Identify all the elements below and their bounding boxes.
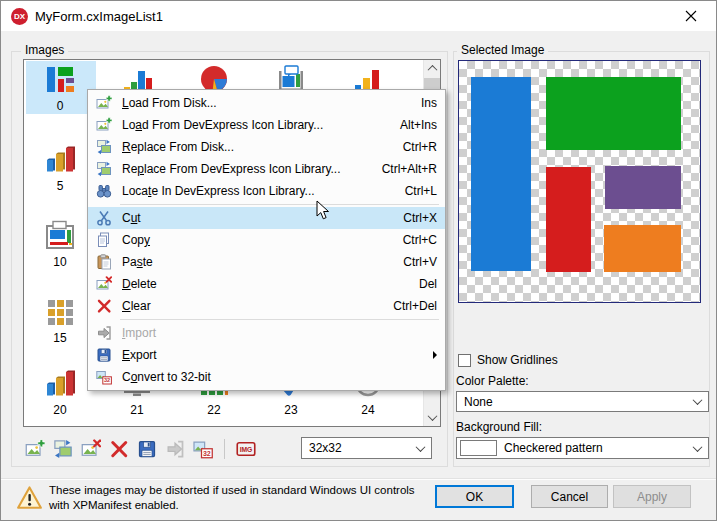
image-add-icon bbox=[92, 95, 116, 111]
image-size-value: 32x32 bbox=[309, 441, 342, 455]
scroll-down-button[interactable] bbox=[424, 409, 440, 426]
convert-32-icon: 32 bbox=[92, 369, 116, 385]
image-delete-icon bbox=[92, 276, 116, 292]
image-replace-icon bbox=[92, 139, 116, 155]
menu-item-shortcut: Ctrl+C bbox=[403, 233, 437, 247]
menu-item-cut[interactable]: CutCtrl+X bbox=[88, 207, 445, 229]
menu-item-shortcut: Alt+Ins bbox=[400, 118, 437, 132]
close-button[interactable] bbox=[674, 1, 708, 31]
warning-text: These images may be distorted if used in… bbox=[49, 483, 421, 513]
menu-item-shortcut: Ctrl+X bbox=[403, 211, 437, 225]
color-palette-combobox[interactable]: None bbox=[456, 391, 709, 412]
menu-item-shortcut: Ctrl+R bbox=[403, 140, 437, 154]
grid-squares-icon[interactable] bbox=[44, 295, 76, 327]
menu-item-label: Replace From Disk... bbox=[122, 140, 391, 154]
paste-icon bbox=[92, 254, 116, 270]
menu-separator bbox=[120, 204, 439, 205]
bars-3d-icon[interactable] bbox=[44, 143, 76, 175]
apply-button: Apply bbox=[613, 485, 691, 508]
menu-item-label: Cut bbox=[122, 211, 391, 225]
submenu-arrow-icon bbox=[433, 351, 437, 359]
menu-item-clear[interactable]: ClearCtrl+Del bbox=[88, 295, 445, 317]
menu-item-shortcut: Ctrl+V bbox=[403, 255, 437, 269]
context-menu: Load From Disk...InsLoad From DevExpress… bbox=[87, 89, 446, 391]
image-index-label: 5 bbox=[36, 179, 84, 193]
menu-item-label: Import bbox=[122, 326, 437, 340]
color-palette-label: Color Palette: bbox=[456, 374, 529, 388]
green-bar bbox=[546, 77, 681, 150]
background-fill-label: Background Fill: bbox=[456, 420, 542, 434]
menu-item-shortcut: Del bbox=[419, 277, 437, 291]
menu-item-copy[interactable]: CopyCtrl+C bbox=[88, 229, 445, 251]
background-fill-combobox[interactable]: Checkered pattern bbox=[456, 437, 709, 459]
image-replace-toolbar-button[interactable] bbox=[53, 439, 73, 459]
chevron-down-icon bbox=[693, 395, 703, 405]
image-add-icon bbox=[92, 117, 116, 133]
image-index-label: 20 bbox=[36, 403, 84, 417]
clear-x-icon bbox=[92, 298, 116, 314]
background-fill-swatch bbox=[460, 440, 497, 456]
images-group-label: Images bbox=[21, 43, 68, 57]
show-gridlines-label: Show Gridlines bbox=[477, 353, 558, 367]
cancel-button[interactable]: Cancel bbox=[531, 485, 608, 508]
chart-composite-icon[interactable] bbox=[44, 63, 76, 95]
menu-item-label: Convert to 32-bit bbox=[122, 370, 437, 384]
scroll-up-button[interactable] bbox=[424, 60, 440, 77]
red-bar bbox=[546, 167, 591, 272]
image-index-label: 21 bbox=[113, 403, 161, 417]
cximagelist-editor-dialog: DX MyForm.cxImageList1 Images 0123451015… bbox=[0, 0, 717, 521]
menu-item-delete[interactable]: DeleteDel bbox=[88, 273, 445, 295]
ok-button[interactable]: OK bbox=[435, 485, 514, 508]
image-index-label: 24 bbox=[344, 403, 392, 417]
image-delete-toolbar-button[interactable] bbox=[81, 439, 101, 459]
menu-item-shortcut: Ctrl+L bbox=[405, 184, 437, 198]
menu-item-replace-from-disk[interactable]: Replace From Disk...Ctrl+R bbox=[88, 136, 445, 158]
close-icon bbox=[685, 10, 697, 22]
menu-item-label: Paste bbox=[122, 255, 391, 269]
convert-32-toolbar-button[interactable]: 32 bbox=[193, 439, 213, 459]
purple-bar bbox=[605, 166, 681, 209]
clear-x-toolbar-button[interactable] bbox=[109, 439, 129, 459]
img-badge-toolbar-button[interactable]: IMG bbox=[236, 439, 256, 459]
menu-item-label: Delete bbox=[122, 277, 407, 291]
svg-text:32: 32 bbox=[104, 377, 110, 383]
menu-item-load-from-devexpress-icon-library[interactable]: Load From DevExpress Icon Library...Alt+… bbox=[88, 114, 445, 136]
menu-item-load-from-disk[interactable]: Load From Disk...Ins bbox=[88, 92, 445, 114]
background-fill-value: Checkered pattern bbox=[504, 441, 603, 455]
import-arrow-icon bbox=[92, 325, 116, 341]
show-gridlines-row[interactable]: Show Gridlines bbox=[458, 353, 558, 367]
footer-divider bbox=[1, 478, 716, 480]
menu-item-shortcut: Ins bbox=[421, 96, 437, 110]
image-add-toolbar-button[interactable] bbox=[25, 439, 45, 459]
show-gridlines-checkbox[interactable] bbox=[458, 354, 471, 367]
floppy-toolbar-button[interactable] bbox=[137, 439, 157, 459]
bars-3d-icon[interactable] bbox=[44, 367, 76, 399]
orange-bar bbox=[604, 225, 681, 272]
menu-item-replace-from-devexpress-icon-library[interactable]: Replace From DevExpress Icon Library...C… bbox=[88, 158, 445, 180]
menu-item-export[interactable]: Export bbox=[88, 344, 445, 366]
image-index-label: 10 bbox=[36, 255, 84, 269]
devexpress-logo-icon: DX bbox=[11, 8, 28, 25]
menu-item-label: Export bbox=[122, 348, 433, 362]
selected-image-group-label: Selected Image bbox=[457, 43, 548, 57]
menu-item-locate-in-devexpress-icon-library[interactable]: Locate In DevExpress Icon Library...Ctrl… bbox=[88, 180, 445, 202]
menu-item-import: Import bbox=[88, 322, 445, 344]
selected-image-preview bbox=[458, 60, 701, 303]
menu-item-label: Clear bbox=[122, 299, 381, 313]
color-palette-value: None bbox=[464, 395, 493, 409]
copy-icon bbox=[92, 232, 116, 248]
chevron-down-icon bbox=[416, 442, 426, 452]
menu-item-label: Load From DevExpress Icon Library... bbox=[122, 118, 388, 132]
image-size-combobox[interactable]: 32x32 bbox=[301, 437, 432, 459]
svg-text:32: 32 bbox=[203, 450, 211, 457]
chart-window-icon[interactable] bbox=[44, 219, 76, 251]
toolbar-separator bbox=[224, 439, 225, 459]
image-index-label: 23 bbox=[267, 403, 315, 417]
image-index-label: 15 bbox=[36, 331, 84, 345]
menu-item-paste[interactable]: PasteCtrl+V bbox=[88, 251, 445, 273]
blue-bar bbox=[471, 77, 531, 271]
menu-item-label: Replace From DevExpress Icon Library... bbox=[122, 162, 370, 176]
menu-item-convert-to-32-bit[interactable]: 32Convert to 32-bit bbox=[88, 366, 445, 388]
menu-item-label: Copy bbox=[122, 233, 391, 247]
image-index-label: 22 bbox=[190, 403, 238, 417]
